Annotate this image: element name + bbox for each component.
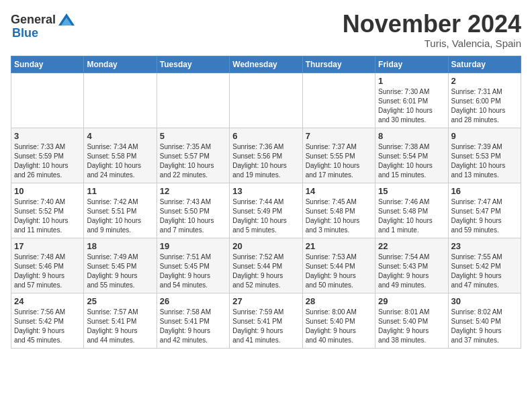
calendar-cell: 2Sunrise: 7:31 AM Sunset: 6:00 PM Daylig… xyxy=(448,73,521,128)
day-number: 22 xyxy=(378,241,445,251)
day-number: 19 xyxy=(160,241,226,251)
day-number: 13 xyxy=(232,186,299,196)
day-number: 27 xyxy=(232,296,299,306)
day-number: 17 xyxy=(14,241,81,251)
day-number: 28 xyxy=(306,296,372,306)
month-title: November 2024 xyxy=(343,11,521,38)
day-info: Sunrise: 8:02 AM Sunset: 5:40 PM Dayligh… xyxy=(451,308,518,345)
calendar-cell xyxy=(302,73,375,128)
calendar-cell: 19Sunrise: 7:51 AM Sunset: 5:45 PM Dayli… xyxy=(157,238,229,293)
day-number: 12 xyxy=(160,186,226,196)
day-info: Sunrise: 7:42 AM Sunset: 5:51 PM Dayligh… xyxy=(87,197,153,235)
day-number: 25 xyxy=(87,296,153,306)
day-number: 18 xyxy=(87,241,153,251)
weekday-header: Monday xyxy=(84,56,157,73)
calendar-header-row: SundayMondayTuesdayWednesdayThursdayFrid… xyxy=(11,56,521,73)
calendar-cell: 21Sunrise: 7:53 AM Sunset: 5:44 PM Dayli… xyxy=(302,238,375,293)
day-info: Sunrise: 7:31 AM Sunset: 6:00 PM Dayligh… xyxy=(451,87,518,125)
weekday-header: Sunday xyxy=(11,56,84,73)
day-info: Sunrise: 7:43 AM Sunset: 5:50 PM Dayligh… xyxy=(160,197,226,235)
day-info: Sunrise: 7:49 AM Sunset: 5:45 PM Dayligh… xyxy=(87,253,153,290)
calendar-cell: 29Sunrise: 8:01 AM Sunset: 5:40 PM Dayli… xyxy=(375,293,448,348)
day-number: 29 xyxy=(378,296,445,306)
day-info: Sunrise: 7:53 AM Sunset: 5:44 PM Dayligh… xyxy=(306,253,372,290)
day-number: 7 xyxy=(306,131,372,141)
day-number: 4 xyxy=(87,131,153,141)
calendar-cell: 13Sunrise: 7:44 AM Sunset: 5:49 PM Dayli… xyxy=(230,183,302,238)
calendar-cell: 26Sunrise: 7:58 AM Sunset: 5:41 PM Dayli… xyxy=(157,293,229,348)
calendar-cell: 8Sunrise: 7:38 AM Sunset: 5:54 PM Daylig… xyxy=(375,128,448,183)
calendar-cell: 15Sunrise: 7:46 AM Sunset: 5:48 PM Dayli… xyxy=(375,183,448,238)
calendar-cell: 3Sunrise: 7:33 AM Sunset: 5:59 PM Daylig… xyxy=(11,128,84,183)
day-number: 5 xyxy=(160,131,226,141)
day-info: Sunrise: 7:54 AM Sunset: 5:43 PM Dayligh… xyxy=(378,253,445,290)
day-info: Sunrise: 7:36 AM Sunset: 5:56 PM Dayligh… xyxy=(232,142,299,180)
calendar-cell: 14Sunrise: 7:45 AM Sunset: 5:48 PM Dayli… xyxy=(302,183,375,238)
weekday-header: Thursday xyxy=(302,56,375,73)
logo-icon xyxy=(57,11,76,30)
day-info: Sunrise: 7:39 AM Sunset: 5:53 PM Dayligh… xyxy=(451,142,518,180)
calendar-week-row: 10Sunrise: 7:40 AM Sunset: 5:52 PM Dayli… xyxy=(11,183,521,238)
day-info: Sunrise: 7:56 AM Sunset: 5:42 PM Dayligh… xyxy=(14,308,81,345)
calendar-cell: 17Sunrise: 7:48 AM Sunset: 5:46 PM Dayli… xyxy=(11,238,84,293)
day-info: Sunrise: 7:58 AM Sunset: 5:41 PM Dayligh… xyxy=(160,308,226,345)
day-info: Sunrise: 7:59 AM Sunset: 5:41 PM Dayligh… xyxy=(232,308,299,345)
calendar-cell: 24Sunrise: 7:56 AM Sunset: 5:42 PM Dayli… xyxy=(11,293,84,348)
calendar-cell: 12Sunrise: 7:43 AM Sunset: 5:50 PM Dayli… xyxy=(157,183,229,238)
day-number: 26 xyxy=(160,296,226,306)
day-info: Sunrise: 7:46 AM Sunset: 5:48 PM Dayligh… xyxy=(378,197,445,235)
calendar-cell: 10Sunrise: 7:40 AM Sunset: 5:52 PM Dayli… xyxy=(11,183,84,238)
day-number: 21 xyxy=(306,241,372,251)
day-info: Sunrise: 7:44 AM Sunset: 5:49 PM Dayligh… xyxy=(232,197,299,235)
day-info: Sunrise: 7:40 AM Sunset: 5:52 PM Dayligh… xyxy=(14,197,81,235)
day-info: Sunrise: 7:55 AM Sunset: 5:42 PM Dayligh… xyxy=(451,253,518,290)
calendar-body: 1Sunrise: 7:30 AM Sunset: 6:01 PM Daylig… xyxy=(11,73,521,348)
calendar-cell: 6Sunrise: 7:36 AM Sunset: 5:56 PM Daylig… xyxy=(230,128,302,183)
day-number: 1 xyxy=(378,76,445,86)
day-number: 8 xyxy=(378,131,445,141)
logo-general: General xyxy=(11,13,56,27)
day-number: 24 xyxy=(14,296,81,306)
calendar-cell: 30Sunrise: 8:02 AM Sunset: 5:40 PM Dayli… xyxy=(448,293,521,348)
day-info: Sunrise: 7:30 AM Sunset: 6:01 PM Dayligh… xyxy=(378,87,445,125)
logo-blue: Blue xyxy=(12,26,38,40)
calendar-cell: 7Sunrise: 7:37 AM Sunset: 5:55 PM Daylig… xyxy=(302,128,375,183)
calendar-cell xyxy=(157,73,229,128)
day-info: Sunrise: 7:48 AM Sunset: 5:46 PM Dayligh… xyxy=(14,253,81,290)
day-info: Sunrise: 8:00 AM Sunset: 5:40 PM Dayligh… xyxy=(306,308,372,345)
day-number: 10 xyxy=(14,186,81,196)
calendar-cell xyxy=(11,73,84,128)
page-header: General Blue November 2024 Turis, Valenc… xyxy=(11,11,521,49)
day-number: 20 xyxy=(232,241,299,251)
day-info: Sunrise: 7:52 AM Sunset: 5:44 PM Dayligh… xyxy=(232,253,299,290)
day-info: Sunrise: 8:01 AM Sunset: 5:40 PM Dayligh… xyxy=(378,308,445,345)
title-block: November 2024 Turis, Valencia, Spain xyxy=(343,11,521,49)
day-number: 23 xyxy=(451,241,518,251)
weekday-header: Tuesday xyxy=(157,56,229,73)
day-info: Sunrise: 7:45 AM Sunset: 5:48 PM Dayligh… xyxy=(306,197,372,235)
day-info: Sunrise: 7:33 AM Sunset: 5:59 PM Dayligh… xyxy=(14,142,81,180)
calendar-week-row: 17Sunrise: 7:48 AM Sunset: 5:46 PM Dayli… xyxy=(11,238,521,293)
day-number: 9 xyxy=(451,131,518,141)
calendar-cell: 27Sunrise: 7:59 AM Sunset: 5:41 PM Dayli… xyxy=(230,293,302,348)
day-number: 14 xyxy=(306,186,372,196)
calendar-week-row: 1Sunrise: 7:30 AM Sunset: 6:01 PM Daylig… xyxy=(11,73,521,128)
calendar-cell: 18Sunrise: 7:49 AM Sunset: 5:45 PM Dayli… xyxy=(84,238,157,293)
day-number: 30 xyxy=(451,296,518,306)
day-info: Sunrise: 7:34 AM Sunset: 5:58 PM Dayligh… xyxy=(87,142,153,180)
calendar-cell: 20Sunrise: 7:52 AM Sunset: 5:44 PM Dayli… xyxy=(230,238,302,293)
location: Turis, Valencia, Spain xyxy=(343,38,521,49)
day-info: Sunrise: 7:47 AM Sunset: 5:47 PM Dayligh… xyxy=(451,197,518,235)
calendar-cell: 28Sunrise: 8:00 AM Sunset: 5:40 PM Dayli… xyxy=(302,293,375,348)
day-number: 16 xyxy=(451,186,518,196)
calendar-cell xyxy=(230,73,302,128)
calendar-cell: 4Sunrise: 7:34 AM Sunset: 5:58 PM Daylig… xyxy=(84,128,157,183)
day-info: Sunrise: 7:37 AM Sunset: 5:55 PM Dayligh… xyxy=(306,142,372,180)
day-info: Sunrise: 7:35 AM Sunset: 5:57 PM Dayligh… xyxy=(160,142,226,180)
calendar-cell: 22Sunrise: 7:54 AM Sunset: 5:43 PM Dayli… xyxy=(375,238,448,293)
weekday-header: Saturday xyxy=(448,56,521,73)
calendar-week-row: 3Sunrise: 7:33 AM Sunset: 5:59 PM Daylig… xyxy=(11,128,521,183)
calendar-week-row: 24Sunrise: 7:56 AM Sunset: 5:42 PM Dayli… xyxy=(11,293,521,348)
day-number: 15 xyxy=(378,186,445,196)
calendar-cell xyxy=(84,73,157,128)
